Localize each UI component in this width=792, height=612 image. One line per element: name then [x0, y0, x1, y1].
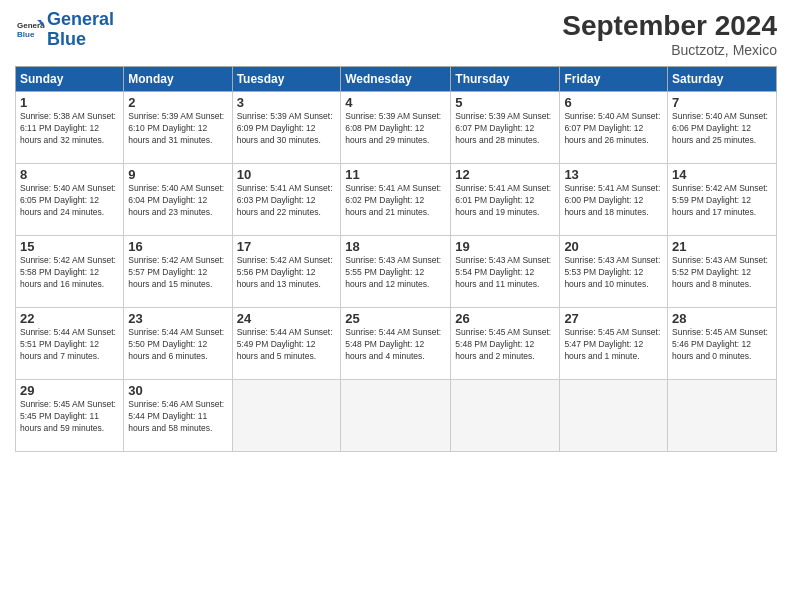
table-row: 18Sunrise: 5:43 AM Sunset: 5:55 PM Dayli… [341, 236, 451, 308]
day-number: 11 [345, 167, 446, 182]
day-info: Sunrise: 5:43 AM Sunset: 5:53 PM Dayligh… [564, 255, 663, 291]
day-number: 30 [128, 383, 227, 398]
day-info: Sunrise: 5:44 AM Sunset: 5:51 PM Dayligh… [20, 327, 119, 363]
table-row: 5Sunrise: 5:39 AM Sunset: 6:07 PM Daylig… [451, 92, 560, 164]
table-row [560, 380, 668, 452]
day-number: 3 [237, 95, 337, 110]
table-row: 23Sunrise: 5:44 AM Sunset: 5:50 PM Dayli… [124, 308, 232, 380]
day-info: Sunrise: 5:41 AM Sunset: 6:00 PM Dayligh… [564, 183, 663, 219]
day-info: Sunrise: 5:45 AM Sunset: 5:45 PM Dayligh… [20, 399, 119, 435]
day-info: Sunrise: 5:42 AM Sunset: 5:59 PM Dayligh… [672, 183, 772, 219]
day-info: Sunrise: 5:43 AM Sunset: 5:52 PM Dayligh… [672, 255, 772, 291]
table-row: 26Sunrise: 5:45 AM Sunset: 5:48 PM Dayli… [451, 308, 560, 380]
title-area: September 2024 Buctzotz, Mexico [562, 10, 777, 58]
day-number: 19 [455, 239, 555, 254]
table-row: 14Sunrise: 5:42 AM Sunset: 5:59 PM Dayli… [668, 164, 777, 236]
table-row: 25Sunrise: 5:44 AM Sunset: 5:48 PM Dayli… [341, 308, 451, 380]
day-number: 18 [345, 239, 446, 254]
day-number: 25 [345, 311, 446, 326]
day-info: Sunrise: 5:39 AM Sunset: 6:07 PM Dayligh… [455, 111, 555, 147]
calendar-body: 1Sunrise: 5:38 AM Sunset: 6:11 PM Daylig… [16, 92, 777, 452]
day-number: 21 [672, 239, 772, 254]
calendar-week-row: 15Sunrise: 5:42 AM Sunset: 5:58 PM Dayli… [16, 236, 777, 308]
day-info: Sunrise: 5:40 AM Sunset: 6:07 PM Dayligh… [564, 111, 663, 147]
table-row: 22Sunrise: 5:44 AM Sunset: 5:51 PM Dayli… [16, 308, 124, 380]
table-row [668, 380, 777, 452]
day-number: 17 [237, 239, 337, 254]
day-info: Sunrise: 5:40 AM Sunset: 6:05 PM Dayligh… [20, 183, 119, 219]
day-number: 23 [128, 311, 227, 326]
location: Buctzotz, Mexico [562, 42, 777, 58]
table-row [341, 380, 451, 452]
table-row: 2Sunrise: 5:39 AM Sunset: 6:10 PM Daylig… [124, 92, 232, 164]
day-info: Sunrise: 5:39 AM Sunset: 6:10 PM Dayligh… [128, 111, 227, 147]
day-info: Sunrise: 5:40 AM Sunset: 6:04 PM Dayligh… [128, 183, 227, 219]
day-info: Sunrise: 5:43 AM Sunset: 5:54 PM Dayligh… [455, 255, 555, 291]
day-number: 14 [672, 167, 772, 182]
day-number: 8 [20, 167, 119, 182]
month-title: September 2024 [562, 10, 777, 42]
day-info: Sunrise: 5:42 AM Sunset: 5:57 PM Dayligh… [128, 255, 227, 291]
table-row: 12Sunrise: 5:41 AM Sunset: 6:01 PM Dayli… [451, 164, 560, 236]
table-row: 17Sunrise: 5:42 AM Sunset: 5:56 PM Dayli… [232, 236, 341, 308]
day-number: 15 [20, 239, 119, 254]
logo-text: GeneralBlue [47, 10, 114, 50]
table-row: 3Sunrise: 5:39 AM Sunset: 6:09 PM Daylig… [232, 92, 341, 164]
day-info: Sunrise: 5:38 AM Sunset: 6:11 PM Dayligh… [20, 111, 119, 147]
table-row: 13Sunrise: 5:41 AM Sunset: 6:00 PM Dayli… [560, 164, 668, 236]
day-number: 9 [128, 167, 227, 182]
day-number: 1 [20, 95, 119, 110]
day-number: 10 [237, 167, 337, 182]
col-thursday: Thursday [451, 67, 560, 92]
day-number: 22 [20, 311, 119, 326]
day-info: Sunrise: 5:41 AM Sunset: 6:03 PM Dayligh… [237, 183, 337, 219]
table-row: 4Sunrise: 5:39 AM Sunset: 6:08 PM Daylig… [341, 92, 451, 164]
table-row: 10Sunrise: 5:41 AM Sunset: 6:03 PM Dayli… [232, 164, 341, 236]
col-wednesday: Wednesday [341, 67, 451, 92]
day-info: Sunrise: 5:44 AM Sunset: 5:48 PM Dayligh… [345, 327, 446, 363]
day-info: Sunrise: 5:39 AM Sunset: 6:08 PM Dayligh… [345, 111, 446, 147]
day-info: Sunrise: 5:42 AM Sunset: 5:56 PM Dayligh… [237, 255, 337, 291]
calendar-week-row: 22Sunrise: 5:44 AM Sunset: 5:51 PM Dayli… [16, 308, 777, 380]
col-sunday: Sunday [16, 67, 124, 92]
table-row: 27Sunrise: 5:45 AM Sunset: 5:47 PM Dayli… [560, 308, 668, 380]
day-info: Sunrise: 5:45 AM Sunset: 5:48 PM Dayligh… [455, 327, 555, 363]
day-number: 2 [128, 95, 227, 110]
table-row: 1Sunrise: 5:38 AM Sunset: 6:11 PM Daylig… [16, 92, 124, 164]
day-info: Sunrise: 5:44 AM Sunset: 5:49 PM Dayligh… [237, 327, 337, 363]
table-row: 20Sunrise: 5:43 AM Sunset: 5:53 PM Dayli… [560, 236, 668, 308]
table-row: 28Sunrise: 5:45 AM Sunset: 5:46 PM Dayli… [668, 308, 777, 380]
col-friday: Friday [560, 67, 668, 92]
day-info: Sunrise: 5:45 AM Sunset: 5:47 PM Dayligh… [564, 327, 663, 363]
table-row: 6Sunrise: 5:40 AM Sunset: 6:07 PM Daylig… [560, 92, 668, 164]
table-row: 30Sunrise: 5:46 AM Sunset: 5:44 PM Dayli… [124, 380, 232, 452]
day-info: Sunrise: 5:40 AM Sunset: 6:06 PM Dayligh… [672, 111, 772, 147]
day-number: 27 [564, 311, 663, 326]
table-row [232, 380, 341, 452]
table-row: 8Sunrise: 5:40 AM Sunset: 6:05 PM Daylig… [16, 164, 124, 236]
col-saturday: Saturday [668, 67, 777, 92]
page-container: General Blue GeneralBlue September 2024 … [0, 0, 792, 462]
day-info: Sunrise: 5:46 AM Sunset: 5:44 PM Dayligh… [128, 399, 227, 435]
table-row: 15Sunrise: 5:42 AM Sunset: 5:58 PM Dayli… [16, 236, 124, 308]
table-row [451, 380, 560, 452]
calendar-week-row: 8Sunrise: 5:40 AM Sunset: 6:05 PM Daylig… [16, 164, 777, 236]
table-row: 29Sunrise: 5:45 AM Sunset: 5:45 PM Dayli… [16, 380, 124, 452]
table-row: 7Sunrise: 5:40 AM Sunset: 6:06 PM Daylig… [668, 92, 777, 164]
day-info: Sunrise: 5:43 AM Sunset: 5:55 PM Dayligh… [345, 255, 446, 291]
table-row: 16Sunrise: 5:42 AM Sunset: 5:57 PM Dayli… [124, 236, 232, 308]
calendar-header-row: Sunday Monday Tuesday Wednesday Thursday… [16, 67, 777, 92]
table-row: 19Sunrise: 5:43 AM Sunset: 5:54 PM Dayli… [451, 236, 560, 308]
day-number: 7 [672, 95, 772, 110]
day-info: Sunrise: 5:41 AM Sunset: 6:02 PM Dayligh… [345, 183, 446, 219]
day-info: Sunrise: 5:44 AM Sunset: 5:50 PM Dayligh… [128, 327, 227, 363]
calendar-week-row: 1Sunrise: 5:38 AM Sunset: 6:11 PM Daylig… [16, 92, 777, 164]
day-number: 12 [455, 167, 555, 182]
table-row: 11Sunrise: 5:41 AM Sunset: 6:02 PM Dayli… [341, 164, 451, 236]
col-tuesday: Tuesday [232, 67, 341, 92]
day-info: Sunrise: 5:42 AM Sunset: 5:58 PM Dayligh… [20, 255, 119, 291]
day-info: Sunrise: 5:41 AM Sunset: 6:01 PM Dayligh… [455, 183, 555, 219]
day-number: 29 [20, 383, 119, 398]
day-number: 24 [237, 311, 337, 326]
logo: General Blue GeneralBlue [15, 10, 114, 50]
